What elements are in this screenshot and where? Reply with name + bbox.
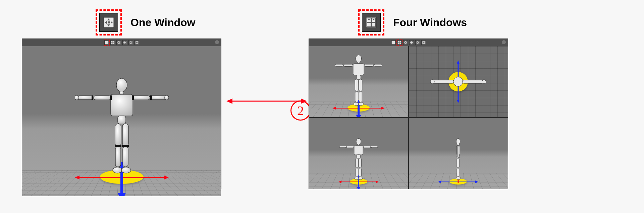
svg-rect-18 — [113, 41, 114, 43]
toolbar-move-tool[interactable] — [122, 40, 127, 45]
one-window-icon — [103, 16, 115, 28]
svg-rect-5 — [108, 21, 110, 23]
four-windows-icon — [398, 41, 401, 44]
viewport-side[interactable] — [409, 118, 508, 189]
toolbar-move-tool[interactable] — [409, 40, 414, 45]
svg-rect-49 — [392, 41, 395, 44]
svg-rect-68 — [374, 64, 382, 66]
svg-rect-69 — [355, 79, 358, 91]
svg-marker-103 — [438, 181, 441, 183]
svg-rect-64 — [356, 75, 361, 79]
label-one-window: One Window — [130, 16, 195, 29]
svg-rect-90 — [354, 145, 363, 155]
svg-marker-60 — [356, 115, 361, 117]
svg-rect-22 — [136, 42, 138, 44]
svg-rect-34 — [132, 96, 150, 100]
header-one-window: One Window — [96, 9, 195, 36]
toolbar-layout-four-windows[interactable] — [110, 40, 115, 45]
gear-icon — [404, 41, 407, 44]
svg-rect-112 — [457, 158, 459, 168]
four-windows-callout — [358, 9, 384, 36]
viewport-top[interactable] — [409, 46, 508, 117]
svg-rect-39 — [92, 95, 93, 100]
humanoid-model[interactable] — [332, 54, 385, 107]
humanoid-model[interactable] — [75, 76, 169, 176]
svg-rect-37 — [110, 95, 112, 100]
humanoid-model-side[interactable] — [450, 137, 467, 181]
humanoid-model[interactable] — [337, 137, 380, 181]
label-four-windows: Four Windows — [393, 16, 467, 29]
svg-rect-30 — [118, 116, 126, 124]
toolbar-view-options[interactable] — [116, 40, 121, 45]
header-four-windows: Four Windows — [358, 9, 467, 36]
one-window-callout — [96, 9, 122, 36]
svg-point-82 — [482, 80, 486, 84]
svg-rect-79 — [433, 80, 454, 83]
viewport-panel-quad — [309, 39, 508, 189]
viewport-toolbar — [309, 39, 508, 46]
svg-rect-42 — [122, 124, 128, 146]
svg-rect-29 — [120, 91, 124, 94]
toolbar-info-button[interactable] — [502, 40, 506, 44]
svg-rect-89 — [358, 144, 359, 145]
svg-rect-53 — [399, 43, 401, 44]
svg-rect-45 — [115, 145, 121, 147]
svg-rect-63 — [353, 64, 364, 75]
four-windows-icon — [111, 41, 114, 44]
toolbar-layout-four-windows[interactable] — [397, 40, 402, 45]
toolbar-scale-tool[interactable] — [421, 40, 426, 45]
viewport-quad-container — [309, 46, 508, 189]
svg-marker-58 — [381, 107, 385, 110]
layout-one-window-button[interactable] — [99, 13, 118, 32]
toolbar-layout-one-window[interactable] — [104, 40, 109, 45]
gear-icon — [117, 41, 120, 44]
svg-point-101 — [358, 177, 362, 180]
svg-rect-31 — [94, 96, 111, 100]
svg-rect-65 — [343, 64, 353, 66]
toolbar-rotate-tool[interactable] — [128, 40, 133, 45]
svg-rect-32 — [77, 96, 93, 99]
toolbar-view-options[interactable] — [403, 40, 408, 45]
svg-rect-20 — [113, 43, 114, 44]
viewport-front[interactable] — [309, 118, 408, 189]
humanoid-model-top[interactable] — [430, 75, 487, 88]
viewport-perspective[interactable] — [309, 46, 408, 117]
move-icon — [410, 41, 413, 44]
toolbar-scale-tool[interactable] — [135, 40, 139, 45]
svg-rect-41 — [115, 124, 121, 146]
svg-marker-104 — [475, 181, 478, 183]
toolbar-info-button[interactable] — [215, 40, 219, 44]
svg-point-47 — [113, 167, 122, 173]
one-window-icon — [392, 41, 395, 44]
svg-rect-97 — [359, 158, 362, 168]
rotate-icon — [416, 41, 419, 44]
layout-four-windows-button[interactable] — [362, 13, 381, 32]
svg-point-88 — [356, 138, 361, 144]
svg-rect-111 — [458, 146, 459, 158]
svg-point-100 — [355, 177, 359, 180]
svg-rect-44 — [123, 147, 128, 167]
svg-rect-46 — [122, 145, 129, 147]
svg-rect-108 — [457, 144, 459, 145]
viewport-single[interactable] — [22, 46, 221, 196]
svg-marker-77 — [457, 100, 460, 103]
move-icon — [123, 41, 126, 44]
svg-rect-113 — [457, 168, 459, 177]
rotate-icon — [129, 41, 132, 44]
svg-marker-57 — [332, 107, 336, 110]
toolbar-rotate-tool[interactable] — [415, 40, 420, 45]
four-windows-icon — [365, 16, 377, 28]
svg-rect-94 — [363, 146, 371, 148]
svg-marker-85 — [376, 181, 379, 183]
svg-point-54 — [405, 42, 407, 44]
svg-marker-15 — [301, 98, 307, 104]
viewport-toolbar — [22, 39, 221, 46]
svg-rect-19 — [111, 43, 113, 44]
svg-point-28 — [116, 78, 127, 92]
svg-rect-62 — [358, 62, 360, 64]
one-window-icon — [105, 41, 108, 44]
svg-rect-72 — [359, 91, 362, 102]
toolbar-layout-one-window[interactable] — [391, 40, 396, 45]
svg-point-78 — [453, 77, 463, 86]
svg-rect-80 — [463, 80, 483, 83]
